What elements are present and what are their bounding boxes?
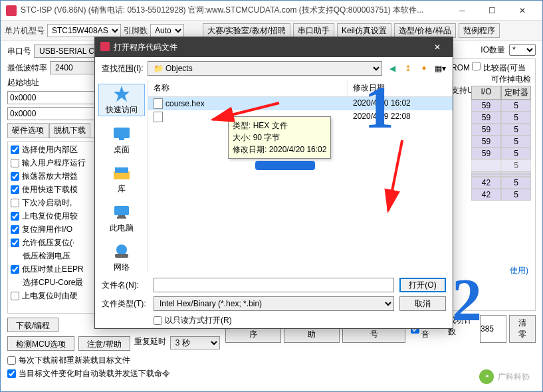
opt-check-6[interactable]: [11, 225, 19, 234]
col-date[interactable]: 修改日期: [348, 80, 453, 96]
pc-icon: [111, 203, 132, 221]
col-name[interactable]: 名称: [148, 80, 348, 96]
svg-rect-6: [115, 167, 128, 173]
opt-check-0[interactable]: [11, 146, 19, 154]
rom-label: ROM: [451, 63, 470, 72]
tab-serial[interactable]: 串口助手: [293, 23, 334, 38]
tab-select[interactable]: 选型/价格/样品: [394, 23, 456, 38]
dialog-titlebar: 打开程序代码文件 ✕: [95, 37, 453, 57]
svg-rect-3: [114, 128, 130, 138]
success-count[interactable]: [480, 315, 506, 343]
opt-check-5[interactable]: [11, 212, 19, 221]
opt-check-4[interactable]: [11, 199, 19, 207]
opt-check-11[interactable]: [11, 292, 19, 300]
wechat-icon: ❝: [479, 369, 494, 384]
library-icon: [111, 163, 132, 182]
place-quick-access[interactable]: 快速访问: [98, 84, 145, 116]
svg-rect-11: [115, 254, 128, 258]
file-icon: [154, 98, 163, 109]
baud-label: 最低波特率: [7, 62, 47, 74]
maximize-button[interactable]: ☐: [477, 1, 507, 21]
pins-label: 引脚数: [124, 25, 148, 37]
check-mcu-button[interactable]: 检测MCU选项: [7, 336, 74, 351]
filename-input[interactable]: [154, 278, 394, 292]
open-file-dialog: 打开程序代码文件 ✕ 查找范围(I): 📁 Objects ◀ ↥ ✦ ▦▾ 快…: [94, 37, 453, 329]
repeat-delay-label: 重复延时: [134, 336, 166, 351]
pins-select[interactable]: Auto: [150, 24, 184, 37]
window-title: STC-ISP (V6.86N) (销售电话: 0513-55012928) 官…: [21, 5, 447, 16]
tab-offline[interactable]: 脱机下载: [49, 123, 90, 138]
opt-check-2[interactable]: [11, 172, 19, 181]
dialog-icon: [100, 42, 110, 53]
place-libraries[interactable]: 库: [98, 163, 145, 195]
close-button[interactable]: ✕: [507, 1, 537, 21]
back-icon[interactable]: ◀: [386, 62, 398, 74]
filename-label: 文件名(N):: [102, 280, 148, 291]
place-this-pc[interactable]: 此电脑: [98, 203, 145, 234]
annotation-scribble: [255, 161, 315, 170]
svg-marker-2: [114, 86, 130, 102]
addr-label: 起始地址: [7, 77, 39, 88]
filetype-select[interactable]: Intel Hex/Binary (*.hex; *.bin): [154, 296, 394, 311]
comparator-check[interactable]: [472, 62, 481, 70]
new-folder-icon[interactable]: ✦: [418, 62, 430, 74]
dialog-close-button[interactable]: ✕: [427, 43, 447, 52]
places-bar: 快速访问 桌面 库 此电脑 网络: [95, 80, 148, 272]
help-button[interactable]: 注意/帮助: [78, 336, 130, 351]
auto-check[interactable]: [7, 369, 16, 378]
tab-keil[interactable]: Keil仿真设置: [337, 23, 391, 38]
look-in-select[interactable]: 📁 Objects: [148, 61, 382, 76]
svg-rect-8: [118, 215, 125, 217]
usage-link[interactable]: 使用): [510, 265, 528, 276]
opt-check-9[interactable]: [11, 265, 19, 274]
repeat-delay-select[interactable]: 3 秒: [170, 336, 220, 349]
place-network[interactable]: 网络: [98, 242, 145, 273]
desktop-icon: [111, 124, 132, 143]
com-label: 串口号: [7, 46, 31, 57]
io-table: I/O定时器 595 595 595 595 595 5 425 425: [471, 86, 531, 201]
svg-rect-0: [6, 5, 17, 16]
file-icon: [154, 112, 163, 122]
filetype-label: 文件类型(T):: [102, 298, 148, 310]
app-icon: [6, 5, 17, 16]
file-tooltip: 类型: HEX 文件 大小: 90 字节 修改日期: 2020/4/20 16:…: [228, 116, 331, 159]
reload-check[interactable]: [7, 356, 16, 365]
cancel-button[interactable]: 取消: [399, 296, 446, 311]
opt-check-1[interactable]: [11, 159, 19, 167]
download-button[interactable]: 下载/编程: [7, 318, 58, 332]
tab-hardware[interactable]: 硬件选项: [7, 123, 49, 138]
opt-check-3[interactable]: [11, 185, 19, 194]
svg-point-10: [116, 245, 127, 255]
readonly-check[interactable]: [154, 316, 162, 325]
tab-contest[interactable]: 大赛/实验室/教材/招聘: [203, 23, 290, 38]
network-icon: [111, 242, 132, 260]
view-menu-icon[interactable]: ▦▾: [434, 62, 446, 74]
minimize-button[interactable]: ─: [447, 1, 477, 21]
mcu-label: 单片机型号: [5, 25, 45, 37]
star-icon: [111, 84, 132, 103]
svg-rect-9: [117, 217, 126, 219]
svg-rect-4: [119, 138, 124, 140]
look-in-label: 查找范围(I):: [102, 63, 144, 74]
clear-zero-button[interactable]: 清零: [509, 315, 536, 343]
up-icon[interactable]: ↥: [402, 62, 414, 74]
watermark: ❝ 广科科协: [479, 369, 530, 384]
open-button[interactable]: 打开(O): [399, 278, 446, 292]
place-desktop[interactable]: 桌面: [98, 124, 145, 155]
file-list[interactable]: 名称 修改日期 course.hex 2020/4/20 16:02 2020/…: [148, 80, 453, 272]
svg-rect-1: [100, 42, 110, 51]
file-row-selected[interactable]: course.hex 2020/4/20 16:02: [148, 97, 453, 110]
tab-example[interactable]: 范例程序: [459, 23, 500, 38]
io-count-label: IO数量: [481, 45, 505, 56]
mcu-select[interactable]: STC15W408AS: [47, 24, 121, 37]
io-count-select[interactable]: *: [509, 44, 536, 56]
titlebar: STC-ISP (V6.86N) (销售电话: 0513-55012928) 官…: [1, 1, 542, 21]
dialog-title: 打开程序代码文件: [114, 42, 427, 53]
svg-rect-7: [114, 206, 129, 215]
opt-check-7[interactable]: [11, 239, 19, 247]
